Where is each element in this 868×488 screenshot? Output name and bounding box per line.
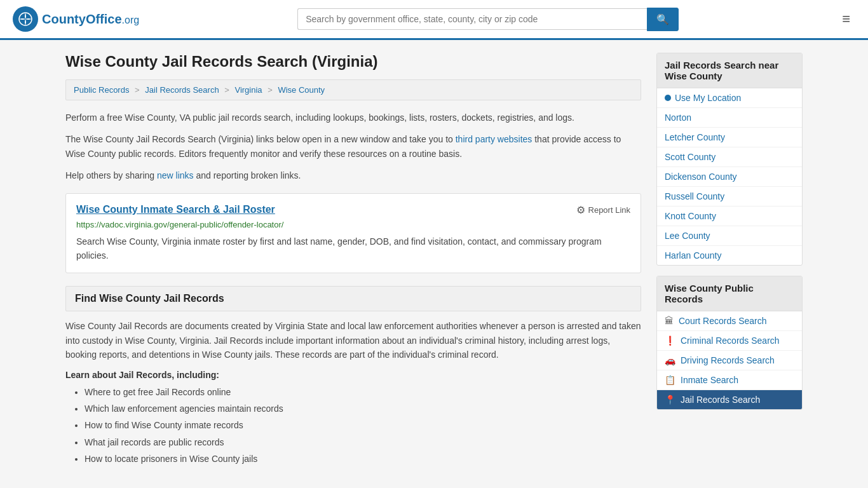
sidebar-item-court-records[interactable]: 🏛 Court Records Search — [657, 311, 802, 331]
sidebar: Jail Records Search near Wise County Use… — [656, 53, 803, 468]
content-area: Wise County Jail Records Search (Virgini… — [65, 53, 641, 468]
sidebar-item-russell[interactable]: Russell County — [657, 187, 802, 207]
logo-area: CountyOffice.org — [13, 6, 139, 32]
criminal-icon: ❗ — [665, 336, 675, 346]
criminal-records-link[interactable]: Criminal Records Search — [681, 336, 780, 346]
knott-county-link[interactable]: Knott County — [665, 211, 716, 221]
main-container: Wise County Jail Records Search (Virgini… — [53, 53, 815, 468]
dickenson-county-link[interactable]: Dickenson County — [665, 172, 737, 182]
location-dot-icon — [665, 95, 671, 101]
bullet-item: How to locate prisoners in Wise County j… — [85, 452, 641, 466]
letcher-county-link[interactable]: Letcher County — [665, 132, 725, 142]
logo-icon — [13, 6, 38, 32]
nearby-section: Jail Records Search near Wise County Use… — [656, 53, 803, 266]
scott-county-link[interactable]: Scott County — [665, 152, 715, 162]
use-my-location-link[interactable]: Use My Location — [675, 93, 741, 103]
record-card: Wise County Inmate Search & Jail Roster … — [65, 193, 641, 274]
page-title: Wise County Jail Records Search (Virgini… — [65, 53, 641, 71]
sidebar-item-scott[interactable]: Scott County — [657, 147, 802, 167]
intro3-before: Help others by sharing — [65, 170, 157, 180]
find-section-header: Find Wise County Jail Records — [65, 286, 641, 311]
intro-paragraph-2: The Wise County Jail Records Search (Vir… — [65, 132, 641, 161]
breadcrumb-sep-2: > — [224, 85, 229, 95]
search-button[interactable]: 🔍 — [647, 8, 679, 31]
intro-paragraph-3: Help others by sharing new links and rep… — [65, 168, 641, 182]
driving-icon: 🚗 — [665, 355, 675, 365]
site-header: CountyOffice.org 🔍 ≡ — [0, 0, 868, 40]
jail-records-link[interactable]: Jail Records Search — [681, 395, 760, 405]
intro2-before: The Wise County Jail Records Search (Vir… — [65, 134, 456, 144]
driving-records-link[interactable]: Driving Records Search — [681, 355, 775, 365]
bullet-item: Where to get free Jail Records online — [85, 385, 641, 399]
nearby-header: Jail Records Search near Wise County — [657, 53, 802, 88]
breadcrumb-public-records[interactable]: Public Records — [74, 85, 129, 95]
sidebar-item-jail-records[interactable]: 📍 Jail Records Search — [657, 390, 802, 409]
court-icon: 🏛 — [665, 316, 674, 326]
sidebar-item-lee[interactable]: Lee County — [657, 226, 802, 246]
find-body-text: Wise County Jail Records are documents c… — [65, 319, 641, 362]
report-link-button[interactable]: ⚙ Report Link — [576, 204, 630, 216]
record-description: Search Wise County, Virginia inmate rost… — [76, 234, 630, 263]
intro3-after: and reporting broken links. — [194, 170, 301, 180]
breadcrumb-sep-3: > — [268, 85, 273, 95]
logo-text: CountyOffice.org — [42, 12, 139, 27]
jail-records-icon: 📍 — [665, 395, 675, 405]
search-area: 🔍 — [297, 8, 679, 31]
sidebar-item-harlan[interactable]: Harlan County — [657, 246, 802, 265]
bullet-list: Where to get free Jail Records onlineWhi… — [65, 385, 641, 466]
lee-county-link[interactable]: Lee County — [665, 231, 710, 241]
breadcrumb: Public Records > Jail Records Search > V… — [65, 79, 641, 100]
norton-link[interactable]: Norton — [665, 112, 691, 123]
breadcrumb-jail-records[interactable]: Jail Records Search — [145, 85, 219, 95]
breadcrumb-wise-county[interactable]: Wise County — [278, 85, 325, 95]
public-records-header: Wise County Public Records — [657, 276, 802, 311]
breadcrumb-virginia[interactable]: Virginia — [234, 85, 262, 95]
intro-paragraph-1: Perform a free Wise County, VA public ja… — [65, 111, 641, 125]
sidebar-item-criminal-records[interactable]: ❗ Criminal Records Search — [657, 331, 802, 351]
breadcrumb-sep-1: > — [135, 85, 140, 95]
sidebar-item-dickenson[interactable]: Dickenson County — [657, 167, 802, 187]
report-link-icon: ⚙ — [576, 204, 585, 216]
sidebar-item-letcher[interactable]: Letcher County — [657, 128, 802, 147]
learn-heading: Learn about Jail Records, including: — [65, 370, 641, 380]
third-party-link[interactable]: third party websites — [456, 134, 532, 144]
public-records-section: Wise County Public Records 🏛 Court Recor… — [656, 276, 803, 410]
menu-button[interactable]: ≡ — [837, 8, 855, 30]
bullet-item: How to find Wise County inmate records — [85, 418, 641, 432]
sidebar-item-norton[interactable]: Norton — [657, 108, 802, 128]
sidebar-item-use-location[interactable]: Use My Location — [657, 88, 802, 108]
record-url[interactable]: https://vadoc.virginia.gov/general-publi… — [76, 220, 630, 229]
bullet-item: What jail records are public records — [85, 435, 641, 449]
inmate-icon: 📋 — [665, 375, 675, 385]
search-input[interactable] — [297, 8, 647, 30]
sidebar-item-inmate-search[interactable]: 📋 Inmate Search — [657, 370, 802, 390]
russell-county-link[interactable]: Russell County — [665, 191, 724, 201]
court-records-link[interactable]: Court Records Search — [679, 316, 767, 326]
sidebar-item-driving-records[interactable]: 🚗 Driving Records Search — [657, 351, 802, 370]
bullet-item: Which law enforcement agencies maintain … — [85, 402, 641, 416]
new-links-link[interactable]: new links — [157, 170, 194, 180]
harlan-county-link[interactable]: Harlan County — [665, 250, 722, 261]
record-card-header: Wise County Inmate Search & Jail Roster … — [76, 204, 630, 216]
inmate-search-link[interactable]: Inmate Search — [681, 375, 738, 385]
record-title[interactable]: Wise County Inmate Search & Jail Roster — [76, 204, 275, 215]
sidebar-item-knott[interactable]: Knott County — [657, 207, 802, 226]
report-link-label: Report Link — [588, 205, 630, 215]
